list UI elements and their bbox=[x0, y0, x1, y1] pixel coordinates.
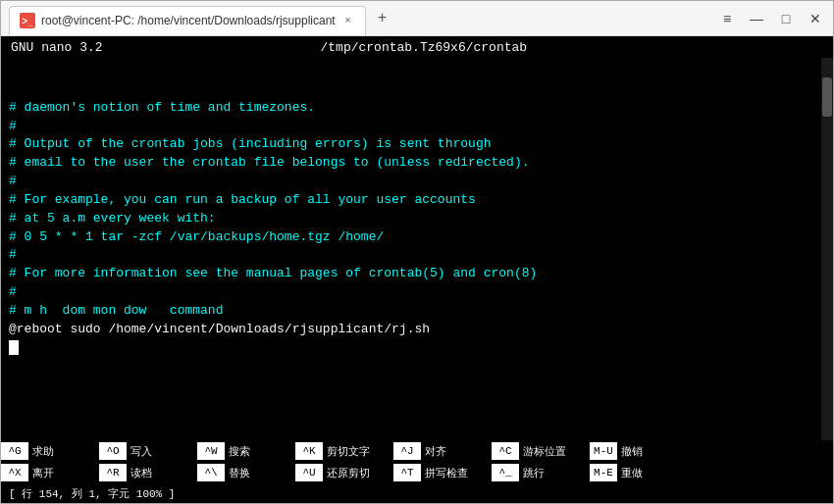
tab-icon: >_ bbox=[20, 13, 35, 28]
shortcut-spell[interactable]: ^T 拼写检查 bbox=[393, 462, 492, 483]
shortcut-key-justify: ^J bbox=[393, 442, 421, 460]
shortcut-key-cursor-pos: ^C bbox=[492, 442, 519, 460]
shortcut-label-exit: 离开 bbox=[28, 466, 54, 480]
shortcut-label-search: 搜索 bbox=[225, 444, 250, 459]
nano-filepath: /tmp/crontab.Tz69x6/crontab bbox=[103, 40, 745, 55]
shortcut-redo[interactable]: M-E 重做 bbox=[590, 462, 688, 483]
shortcut-label-paste: 还原剪切 bbox=[323, 466, 370, 480]
editor-line: # Output of the crontab jobs (including … bbox=[9, 136, 491, 151]
window-controls: ≡ — □ ✕ bbox=[717, 11, 825, 26]
shortcut-search[interactable]: ^W 搜索 bbox=[197, 440, 295, 462]
tab-title: root@vincent-PC: /home/vincent/Downloads… bbox=[41, 14, 336, 27]
editor-line: # bbox=[9, 284, 17, 299]
shortcut-help[interactable]: ^G 求助 bbox=[1, 440, 99, 462]
nano-shortcuts: ^G 求助 ^O 写入 ^W 搜索 ^K 剪切文字 ^J 对齐 ^C 游标位置 bbox=[1, 440, 833, 503]
editor-line-command: @reboot sudo /home/vincent/Downloads/rjs… bbox=[9, 322, 430, 336]
editor-line: # bbox=[9, 119, 17, 133]
shortcut-exit[interactable]: ^X 离开 bbox=[1, 462, 99, 483]
shortcut-key-cut: ^K bbox=[295, 442, 323, 460]
tab-close-button[interactable]: × bbox=[341, 14, 355, 27]
editor-line: # For more information see the manual pa… bbox=[9, 266, 537, 280]
editor-line: # For example, you can run a backup of a… bbox=[9, 192, 476, 207]
shortcut-cut[interactable]: ^K 剪切文字 bbox=[295, 440, 393, 462]
shortcut-justify[interactable]: ^J 对齐 bbox=[393, 440, 492, 462]
shortcut-goto[interactable]: ^_ 跳行 bbox=[492, 462, 590, 483]
editor-content: # daemon's notion of time and timezones.… bbox=[9, 62, 825, 358]
menu-icon[interactable]: ≡ bbox=[717, 11, 737, 26]
shortcut-key-paste: ^U bbox=[295, 464, 323, 481]
editor-cursor-line bbox=[9, 340, 19, 355]
shortcut-undo[interactable]: M-U 撤销 bbox=[590, 440, 688, 462]
shortcut-label-justify: 对齐 bbox=[421, 444, 446, 459]
tab-area: >_ root@vincent-PC: /home/vincent/Downlo… bbox=[9, 1, 717, 35]
editor-line: # email to the user the crontab file bel… bbox=[9, 155, 530, 170]
shortcut-label-cut: 剪切文字 bbox=[323, 444, 370, 459]
shortcut-label-undo: 撤销 bbox=[617, 444, 643, 459]
shortcut-label-goto: 跳行 bbox=[519, 466, 545, 480]
new-tab-button[interactable]: + bbox=[370, 6, 395, 31]
shortcut-key-redo: M-E bbox=[590, 464, 617, 481]
shortcut-key-replace: ^\ bbox=[197, 464, 225, 481]
text-cursor bbox=[9, 340, 19, 355]
shortcut-key-undo: M-U bbox=[590, 442, 617, 460]
status-text: [ 行 154, 列 1, 字元 100% ] bbox=[9, 486, 175, 501]
shortcut-label-redo: 重做 bbox=[617, 466, 643, 480]
maximize-button[interactable]: □ bbox=[776, 11, 796, 26]
shortcuts-row-2: ^X 离开 ^R 读档 ^\ 替换 ^U 还原剪切 ^T 拼写检查 ^_ 跳行 bbox=[1, 462, 833, 483]
editor-line: # bbox=[9, 174, 17, 188]
window-frame: >_ root@vincent-PC: /home/vincent/Downlo… bbox=[0, 0, 834, 504]
shortcut-replace[interactable]: ^\ 替换 bbox=[197, 462, 295, 483]
shortcut-label-write: 写入 bbox=[127, 444, 152, 459]
shortcut-label-read: 读档 bbox=[127, 466, 152, 480]
editor-line: # at 5 a.m every week with: bbox=[9, 211, 216, 226]
shortcut-key-search: ^W bbox=[197, 442, 225, 460]
shortcut-label-cursor-pos: 游标位置 bbox=[519, 444, 566, 459]
shortcut-key-spell: ^T bbox=[393, 464, 421, 481]
shortcuts-row-1: ^G 求助 ^O 写入 ^W 搜索 ^K 剪切文字 ^J 对齐 ^C 游标位置 bbox=[1, 440, 833, 462]
shortcut-label-help: 求助 bbox=[28, 444, 54, 459]
title-bar: >_ root@vincent-PC: /home/vincent/Downlo… bbox=[1, 1, 833, 36]
shortcut-label-replace: 替换 bbox=[225, 466, 250, 480]
editor-line: # 0 5 * * 1 tar -zcf /var/backups/home.t… bbox=[9, 229, 384, 244]
editor-area[interactable]: # daemon's notion of time and timezones.… bbox=[1, 58, 833, 440]
nano-version: GNU nano 3.2 bbox=[11, 40, 103, 55]
shortcut-cursor-pos[interactable]: ^C 游标位置 bbox=[492, 440, 590, 462]
shortcut-paste[interactable]: ^U 还原剪切 bbox=[295, 462, 393, 483]
shortcut-key-write: ^O bbox=[99, 442, 127, 460]
editor-line: # bbox=[9, 247, 17, 262]
shortcut-key-goto: ^_ bbox=[492, 464, 519, 481]
nano-topbar: GNU nano 3.2 /tmp/crontab.Tz69x6/crontab bbox=[1, 36, 833, 58]
status-bar: [ 行 154, 列 1, 字元 100% ] bbox=[1, 483, 833, 503]
scrollbar-thumb[interactable] bbox=[822, 77, 832, 117]
scrollbar[interactable] bbox=[821, 58, 833, 440]
terminal-tab[interactable]: >_ root@vincent-PC: /home/vincent/Downlo… bbox=[9, 6, 366, 35]
shortcut-read[interactable]: ^R 读档 bbox=[99, 462, 197, 483]
shortcut-label-spell: 拼写检查 bbox=[421, 466, 468, 480]
shortcut-key-exit: ^X bbox=[1, 464, 28, 481]
editor-line: # m h dom mon dow command bbox=[9, 303, 223, 318]
editor-line: # daemon's notion of time and timezones. bbox=[9, 100, 315, 115]
shortcut-key-read: ^R bbox=[99, 464, 127, 481]
shortcut-write[interactable]: ^O 写入 bbox=[99, 440, 197, 462]
shortcut-key-help: ^G bbox=[1, 442, 28, 460]
close-button[interactable]: ✕ bbox=[806, 11, 825, 26]
minimize-button[interactable]: — bbox=[747, 11, 766, 26]
